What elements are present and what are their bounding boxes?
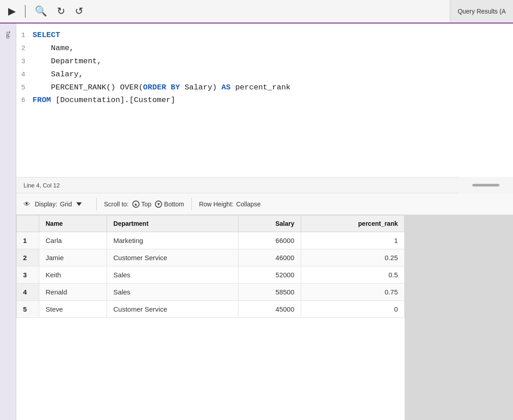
display-section: 👁 Display: Grid — [23, 200, 89, 208]
cell-salary: 58500 — [238, 284, 301, 301]
table-row: 2JamieCustomer Service460000.25 — [17, 249, 405, 266]
table-header-row: Name Department Salary percent_rank — [17, 215, 405, 232]
code-line: 5 PERCENT_RANK() OVER(ORDER BY Salary) A… — [16, 81, 513, 94]
code-line: 4 Salary, — [16, 68, 513, 81]
cell-department: Sales — [107, 284, 238, 301]
keyword-token: ORDER BY — [143, 83, 180, 92]
line-content: SELECT — [33, 29, 60, 42]
divider-1 — [96, 198, 97, 210]
scroll-top-button[interactable]: ▲ Top — [132, 201, 152, 208]
cell-department: Marketing — [107, 232, 238, 249]
toolbar-separator-1 — [25, 5, 26, 18]
code-token: Salary) — [180, 83, 221, 92]
bottom-label: Bottom — [164, 201, 184, 208]
keyword-token: SELECT — [33, 31, 60, 39]
toolbar-left: ▶ 🔍 ↻ ↺ — [5, 4, 86, 19]
line-number: 1 — [16, 30, 33, 42]
divider-2 — [191, 198, 192, 210]
scroll-indicator — [459, 177, 513, 193]
collapse-label[interactable]: Collapse — [236, 201, 261, 208]
code-token: Salary, — [33, 70, 83, 79]
top-icon: ▲ — [132, 201, 140, 208]
top-label: Top — [141, 201, 152, 208]
search-button[interactable]: 🔍 — [32, 4, 50, 19]
cell-name: Keith — [39, 266, 107, 284]
line-content: Salary, — [33, 68, 83, 81]
results-table: Name Department Salary percent_rank 1Car… — [16, 215, 405, 318]
left-sidebar: Tab — [0, 23, 16, 420]
code-token: PERCENT_RANK() OVER( — [33, 83, 143, 92]
table-row: 1CarlaMarketing660001 — [17, 232, 405, 249]
results-toolbar: 👁 Display: Grid Scroll to: ▲ Top ▼ Botto… — [16, 193, 513, 215]
status-bar: Line 4, Col 12 — [16, 177, 513, 193]
query-results-tab[interactable]: Query Results (A — [450, 0, 513, 23]
cell-name: Jamie — [39, 249, 107, 266]
code-line: 6FROM [Documentation].[Customer] — [16, 94, 513, 107]
cell-rownum: 5 — [17, 301, 39, 318]
main-toolbar: ▶ 🔍 ↻ ↺ Query Results (A — [0, 0, 513, 23]
display-label: Display: — [35, 201, 57, 208]
cursor-position: Line 4, Col 12 — [23, 182, 60, 189]
undo-button[interactable]: ↻ — [54, 4, 68, 19]
scroll-handle[interactable] — [472, 184, 499, 187]
code-editor[interactable]: 1SELECT2 Name,3 Department,4 Salary,5 PE… — [16, 23, 513, 112]
cell-department: Customer Service — [107, 301, 238, 318]
scroll-bottom-button[interactable]: ▼ Bottom — [155, 201, 184, 208]
right-gray-area — [405, 215, 513, 420]
line-content: Department, — [33, 55, 102, 68]
query-results-label: Query Results (A — [457, 8, 506, 15]
scroll-to-section: Scroll to: ▲ Top ▼ Bottom — [104, 201, 184, 208]
code-token: Name, — [33, 44, 74, 52]
line-content: PERCENT_RANK() OVER(ORDER BY Salary) AS … — [33, 81, 290, 94]
keyword-token: FROM — [33, 96, 51, 104]
cell-rownum: 3 — [17, 266, 39, 284]
cell-rownum: 2 — [17, 249, 39, 266]
row-height-label: Row Height: — [199, 201, 233, 208]
cell-percent-rank: 0.5 — [301, 266, 404, 284]
cell-percent-rank: 0.75 — [301, 284, 404, 301]
code-line: 2 Name, — [16, 42, 513, 55]
line-number: 6 — [16, 95, 33, 107]
col-header-rownum — [17, 215, 39, 232]
line-number: 3 — [16, 56, 33, 68]
line-number: 4 — [16, 69, 33, 81]
row-height-section: Row Height: Collapse — [199, 201, 261, 208]
table-row: 4RenaldSales585000.75 — [17, 284, 405, 301]
dropdown-arrow-icon — [76, 202, 82, 206]
line-content: FROM [Documentation].[Customer] — [33, 94, 175, 107]
code-token: percent_rank — [231, 83, 291, 92]
code-token: [Documentation].[Customer] — [51, 96, 175, 104]
col-header-department: Department — [107, 215, 238, 232]
code-token: Department, — [33, 57, 102, 65]
cell-salary: 66000 — [238, 232, 301, 249]
code-line: 1SELECT — [16, 29, 513, 42]
cell-rownum: 1 — [17, 232, 39, 249]
cell-name: Steve — [39, 301, 107, 318]
code-editor-area[interactable]: 1SELECT2 Name,3 Department,4 Salary,5 PE… — [16, 23, 513, 177]
cell-department: Customer Service — [107, 249, 238, 266]
display-dropdown[interactable]: Grid — [60, 201, 82, 208]
cell-percent-rank: 0.25 — [301, 249, 404, 266]
keyword-token: AS — [221, 83, 230, 92]
redo-button[interactable]: ↺ — [72, 4, 86, 19]
display-value: Grid — [60, 201, 72, 208]
col-header-name: Name — [39, 215, 107, 232]
cell-salary: 45000 — [238, 301, 301, 318]
cell-name: Renald — [39, 284, 107, 301]
code-line: 3 Department, — [16, 55, 513, 68]
table-row: 3KeithSales520000.5 — [17, 266, 405, 284]
line-content: Name, — [33, 42, 74, 55]
bottom-icon: ▼ — [155, 201, 162, 208]
line-number: 5 — [16, 82, 33, 94]
sidebar-tab[interactable]: Tab — [4, 27, 13, 42]
col-header-percent-rank: percent_rank — [301, 215, 404, 232]
run-button[interactable]: ▶ — [5, 4, 19, 19]
table-row: 5SteveCustomer Service450000 — [17, 301, 405, 318]
cell-rownum: 4 — [17, 284, 39, 301]
cell-percent-rank: 0 — [301, 301, 404, 318]
cell-salary: 52000 — [238, 266, 301, 284]
results-grid-container[interactable]: Name Department Salary percent_rank 1Car… — [16, 215, 405, 420]
line-number: 2 — [16, 43, 33, 55]
cell-name: Carla — [39, 232, 107, 249]
scroll-to-label: Scroll to: — [104, 201, 128, 208]
